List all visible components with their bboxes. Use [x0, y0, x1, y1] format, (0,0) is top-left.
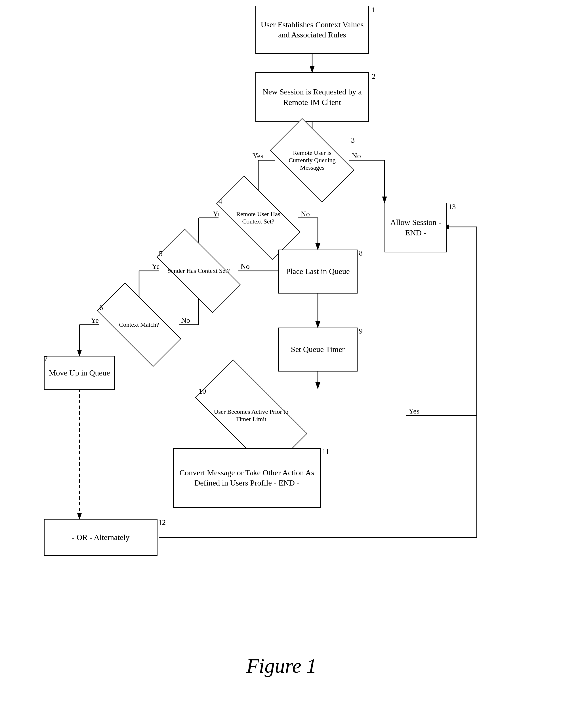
node12-box: - OR - Alternately [44, 519, 157, 556]
no-label-node4: No [301, 210, 310, 218]
node7-label: Move Up in Queue [49, 368, 110, 378]
node4-ref: 4 [218, 197, 222, 206]
yes-label-node3: Yes [252, 152, 263, 160]
node3-diamond: Remote User is Currently Queuing Message… [275, 138, 349, 183]
node2-ref: 2 [372, 72, 376, 81]
node9-label: Set Queue Timer [291, 344, 345, 354]
node4-diamond: Remote User Has Context Set? [218, 198, 298, 238]
node5-diamond: Sender Has Context Set? [159, 251, 238, 291]
node10-diamond: User Becomes Active Prior to Timer Limit [199, 389, 304, 442]
node11-label: Convert Message or Take Other Action As … [177, 468, 317, 488]
node8-box: Place Last in Queue [278, 250, 358, 294]
node11-ref: 11 [322, 448, 329, 456]
node7-ref: 7 [44, 354, 48, 363]
node3-ref: 3 [351, 136, 355, 145]
node11-box: Convert Message or Take Other Action As … [173, 448, 321, 508]
no-label-node6: No [181, 316, 190, 325]
node10-label: User Becomes Active Prior to Timer Limit [199, 408, 304, 423]
node5-ref: 5 [159, 250, 163, 258]
node5-label: Sender Has Context Set? [159, 267, 237, 275]
node12-label: - OR - Alternately [72, 532, 130, 543]
node13-ref: 13 [448, 203, 456, 211]
node6-label: Context Match? [111, 321, 167, 328]
node2-box: New Session is Requested by a Remote IM … [255, 72, 369, 122]
figure-label: Figure 1 [0, 654, 563, 678]
no-label-node3: No [352, 152, 361, 160]
no-label-node5: No [240, 262, 250, 271]
node1-ref: 1 [372, 6, 376, 14]
node12-ref: 12 [158, 518, 166, 527]
node6-diamond: Context Match? [99, 305, 179, 345]
node9-ref: 9 [359, 327, 363, 335]
node13-label: Allow Session - END - [389, 217, 443, 238]
node2-label: New Session is Requested by a Remote IM … [259, 87, 365, 107]
node10-ref: 10 [199, 387, 206, 396]
node6-ref: 6 [99, 303, 103, 312]
node13-box: Allow Session - END - [385, 203, 447, 252]
yes-label-node10: Yes [409, 407, 419, 415]
node4-label: Remote User Has Context Set? [218, 210, 298, 225]
node3-label: Remote User is Currently Queuing Message… [275, 149, 349, 171]
node9-box: Set Queue Timer [278, 328, 358, 372]
node8-ref: 8 [359, 249, 363, 258]
node1-label: User Establishes Context Values and Asso… [259, 20, 365, 40]
flowchart-diagram: Yes No Yes No Yes No Yes No Yes No User … [0, 0, 563, 695]
node1-box: User Establishes Context Values and Asso… [255, 6, 369, 54]
node8-label: Place Last in Queue [286, 266, 350, 277]
node7-box: Move Up in Queue [44, 356, 115, 390]
